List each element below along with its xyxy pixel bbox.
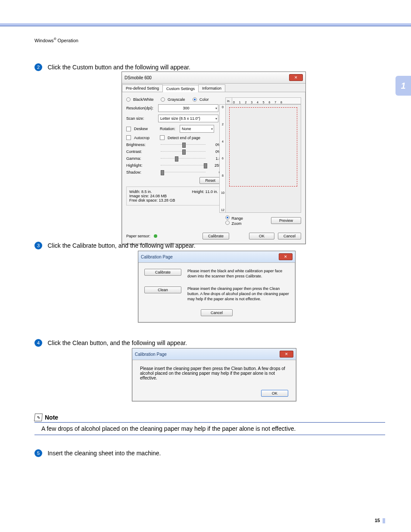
highlight-slider[interactable] <box>161 164 206 167</box>
size-info-block: Width: 8.5 in.Height: 11.0 in. Image siz… <box>126 187 221 205</box>
info-free-disk: Free disk space: 13.28 GB <box>129 198 218 202</box>
ruler-horizontal: 0 1 2 3 4 5 6 7 8 <box>232 97 301 104</box>
calibrate-instruction: Please insert the black and white calibr… <box>187 269 289 279</box>
clean-instruction: Please insert the cleaning paper then pr… <box>187 286 289 302</box>
ruler-unit: in. <box>225 97 232 104</box>
paper-sensor-label: Paper sensor: <box>126 234 150 238</box>
scansize-combo[interactable]: Letter size (8.5 x 11.0") <box>158 115 218 122</box>
tab-predefined[interactable]: Pre-defined Setting <box>122 84 163 92</box>
autocrop-label: Autocrop <box>134 136 158 140</box>
range-label: Range <box>232 216 243 221</box>
page-number: 15 <box>375 518 385 523</box>
note-end-rule <box>34 435 385 436</box>
step-5: 5 Insert the cleaning sheet into the mac… <box>34 449 385 457</box>
calibrate-button[interactable]: Calibrate <box>144 269 181 276</box>
shadow-slider[interactable] <box>161 171 206 174</box>
radio-range[interactable] <box>225 215 230 220</box>
header-post: Operation <box>56 38 78 43</box>
preview-button[interactable]: Preview <box>271 217 301 224</box>
step-5-bullet: 5 <box>34 449 42 457</box>
paper-sensor-indicator <box>154 234 157 238</box>
header-breadcrumb: Windows® Operation <box>34 37 78 43</box>
cancel-button[interactable]: Cancel <box>201 309 233 316</box>
brightness-slider[interactable] <box>161 143 206 146</box>
preview-area[interactable] <box>225 104 301 213</box>
chapter-tab: 1 <box>395 76 411 96</box>
info-width: Width: 8.5 in. <box>129 190 152 194</box>
rotation-combo[interactable]: None <box>180 125 214 133</box>
dialog3-text: Please insert the cleaning paper then pr… <box>140 366 288 380</box>
contrast-label: Contrast: <box>126 149 156 154</box>
radio-gray[interactable] <box>161 97 165 102</box>
tab-information[interactable]: Information <box>198 84 225 92</box>
label-bw: Black/White <box>133 97 159 102</box>
resolution-combo[interactable]: 300 <box>158 104 218 112</box>
autocrop-check[interactable] <box>126 135 131 140</box>
gamma-label: Gamma: <box>126 156 156 161</box>
dialog1-title: DSmobile 600 <box>125 75 152 80</box>
page-number-accent <box>383 518 385 523</box>
step-5-text: Insert the cleaning sheet into the machi… <box>47 450 161 457</box>
step-3: 3 Click the Calibrate button, and the fo… <box>34 241 385 249</box>
note-body: A few drops of alcohol placed on the cle… <box>34 423 385 435</box>
dialog1-titlebar: DSmobile 600 ✕ <box>122 72 305 84</box>
dialog3-titlebar: Calibration Page ✕ <box>132 348 296 360</box>
step-4-bullet: 4 <box>34 339 42 347</box>
close-icon[interactable]: ✕ <box>289 74 303 81</box>
label-color: Color <box>199 97 209 102</box>
reset-button[interactable]: Reset <box>199 177 221 184</box>
note-icon: ✎ <box>34 414 43 421</box>
resolution-label: Resolution(dpi): <box>126 106 156 110</box>
contrast-slider[interactable] <box>161 150 206 153</box>
note-title: Note <box>45 414 58 421</box>
header-pre: Windows <box>34 38 54 43</box>
close-icon[interactable]: ✕ <box>279 253 293 260</box>
step-4-text: Click the Clean button, and the followin… <box>47 339 187 346</box>
step-2-bullet: 2 <box>34 63 42 71</box>
dialog2-titlebar: Calibration Page ✕ <box>138 251 295 263</box>
step-3-text: Click the Calibrate button, and the foll… <box>47 242 195 249</box>
dialog2-title: Calibration Page <box>141 255 173 259</box>
custom-settings-dialog: DSmobile 600 ✕ Pre-defined Setting Custo… <box>121 72 306 244</box>
cancel-button[interactable]: Cancel <box>278 233 301 240</box>
tab-custom[interactable]: Custom Settings <box>162 85 199 92</box>
detectend-label: Detect end of page <box>168 136 200 140</box>
gamma-slider[interactable] <box>161 157 206 160</box>
step-3-bullet: 3 <box>34 242 42 249</box>
label-gray: Grayscale <box>168 97 191 102</box>
note-block: ✎ Note A few drops of alcohol placed on … <box>34 414 385 436</box>
scansize-label: Scan size: <box>126 116 156 121</box>
calibration-page-dialog: Calibration Page ✕ Calibrate Please inse… <box>138 251 296 323</box>
step-2: 2 Click the Custom button and the follow… <box>34 63 385 71</box>
clean-confirm-dialog: Calibration Page ✕ Please insert the cle… <box>132 348 296 401</box>
rotation-label: Rotation: <box>160 127 178 131</box>
ok-button[interactable]: OK <box>249 233 274 240</box>
step-4: 4 Click the Clean button, and the follow… <box>34 339 385 347</box>
info-height: Height: 11.0 in. <box>192 190 218 194</box>
preview-selection[interactable] <box>229 107 297 187</box>
deskew-check[interactable] <box>126 127 131 131</box>
clean-button[interactable]: Clean <box>144 286 181 293</box>
ok-button[interactable]: OK <box>261 390 288 397</box>
close-icon[interactable]: ✕ <box>280 351 293 358</box>
detectend-check[interactable] <box>160 135 165 140</box>
step-2-text: Click the Custom button and the followin… <box>47 64 190 71</box>
deskew-label: Deskew <box>134 127 158 131</box>
radio-color[interactable] <box>193 97 197 102</box>
radio-bw[interactable] <box>126 97 131 102</box>
dialog3-title: Calibration Page <box>135 352 167 357</box>
highlight-label: Highlight: <box>126 163 156 168</box>
zoom-label: Zoom <box>232 221 242 226</box>
shadow-label: Shadow: <box>126 170 156 174</box>
dialog1-tabs: Pre-defined Setting Custom Settings Info… <box>122 84 305 92</box>
radio-zoom[interactable] <box>225 221 230 225</box>
calibrate-button[interactable]: Calibrate <box>202 233 229 240</box>
info-image-size: Image size: 24.08 MB <box>129 194 218 198</box>
brightness-label: Brightness: <box>126 143 156 147</box>
top-rule <box>0 26 411 26</box>
